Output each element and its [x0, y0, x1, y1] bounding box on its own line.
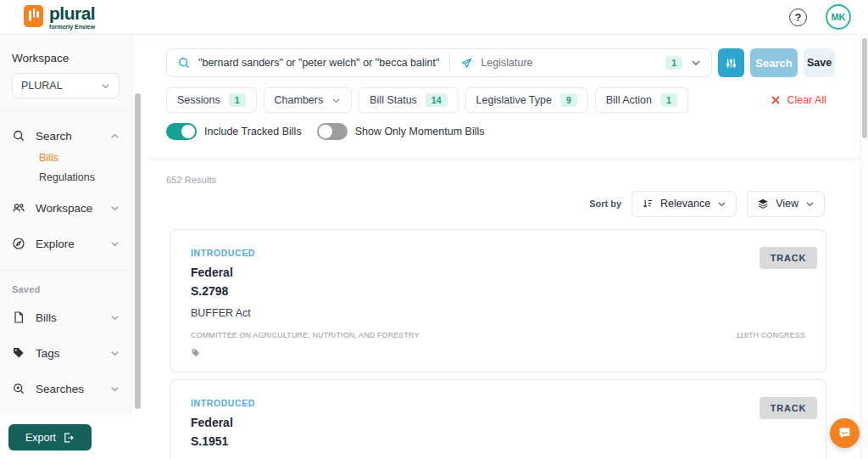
track-button[interactable]: TRACK — [760, 397, 817, 419]
sidebar: Workspace PLURAL Search Bills Regulation… — [0, 35, 132, 416]
results-divider — [149, 159, 860, 160]
view-label: View — [776, 198, 798, 210]
bill-committee: COMMITTEE ON AGRICULTURE, NUTRITION, AND… — [191, 331, 420, 339]
bill-number: S.1951 — [191, 434, 805, 448]
save-button[interactable]: Save — [804, 48, 835, 77]
filter-count-badge: 9 — [560, 93, 577, 107]
filter-label: Chambers — [275, 94, 324, 106]
advanced-filters-button[interactable] — [718, 48, 744, 77]
scrollbar-thumb[interactable] — [862, 38, 867, 138]
toggle-include-tracked-bills[interactable]: Include Tracked Bills — [166, 123, 302, 140]
bill-jurisdiction: Federal — [191, 266, 805, 279]
track-button[interactable]: TRACK — [760, 247, 817, 269]
sort-dropdown[interactable]: Relevance — [632, 191, 737, 217]
top-header: plural formerly Enview ? MK — [0, 0, 868, 35]
export-button[interactable]: Export — [8, 424, 92, 451]
filter-chambers[interactable]: Chambers — [264, 87, 353, 113]
sidebar-item-bills[interactable]: Bills — [39, 152, 120, 164]
logo-subtext: formerly Enview — [49, 24, 95, 30]
people-icon — [12, 201, 25, 215]
search-button[interactable]: Search — [750, 48, 798, 77]
filter-bill-action[interactable]: Bill Action 1 — [595, 87, 688, 113]
bill-status: INTRODUCED — [191, 398, 805, 408]
sort-icon — [642, 198, 654, 210]
layers-icon — [757, 198, 769, 210]
window-scrollbar[interactable] — [860, 36, 868, 459]
filter-count-badge: 14 — [426, 93, 448, 107]
sidebar-item-explore[interactable]: Explore — [12, 231, 120, 256]
tag-icon — [12, 346, 25, 360]
sidebar-item-saved-searches[interactable]: Searches — [12, 376, 120, 401]
chevron-up-icon — [110, 132, 120, 141]
search-icon — [12, 129, 25, 143]
export-icon — [63, 432, 75, 444]
sidebar-item-label: Workspace — [36, 202, 92, 215]
avatar[interactable]: MK — [826, 4, 851, 30]
clear-all-button[interactable]: Clear All — [771, 94, 826, 106]
sidebar-item-label: Search — [36, 130, 72, 143]
search-query-text: "bernard sanders" or "peter welch" or "b… — [198, 57, 439, 69]
sidebar-item-saved-bills[interactable]: Bills — [12, 305, 120, 330]
send-icon — [460, 57, 473, 70]
tag-icon[interactable] — [191, 348, 201, 358]
view-dropdown[interactable]: View — [747, 191, 825, 217]
workspace-label: Workspace — [12, 52, 120, 64]
scope-count-badge: 1 — [665, 56, 682, 70]
scope-label: Legislature — [481, 57, 532, 69]
filter-count-badge: 1 — [229, 93, 246, 107]
toggle-show-only-momentum-bills[interactable]: Show Only Momentum Bills — [317, 123, 485, 140]
sidebar-item-label: Bills — [36, 311, 57, 324]
clear-all-label: Clear All — [787, 94, 826, 106]
bill-number: S.2798 — [191, 284, 805, 298]
bill-session: 118TH CONGRESS — [736, 331, 805, 339]
chat-launcher-button[interactable] — [830, 418, 860, 448]
chevron-down-icon — [805, 199, 815, 209]
chevron-down-icon — [691, 58, 701, 68]
chevron-down-icon — [101, 81, 110, 91]
sidebar-item-regulations[interactable]: Regulations — [39, 171, 120, 183]
filter-sessions[interactable]: Sessions 1 — [166, 87, 257, 113]
toggle-switch-off[interactable] — [317, 123, 348, 140]
bill-title: BUFFER Act — [191, 307, 805, 319]
filter-bill-status[interactable]: Bill Status 14 — [359, 87, 458, 113]
sidebar-scrollbar[interactable] — [135, 93, 141, 409]
toggle-label: Include Tracked Bills — [204, 126, 302, 137]
filter-label: Bill Status — [370, 94, 417, 106]
chevron-down-icon — [110, 239, 120, 249]
saved-section-label: Saved — [0, 271, 131, 298]
sidebar-item-label: Explore — [36, 238, 75, 250]
logo-wordmark: plural — [49, 4, 95, 22]
sidebar-item-label: Searches — [36, 383, 84, 395]
plural-logo-icon — [24, 5, 43, 27]
bill-jurisdiction: Federal — [191, 416, 805, 429]
sidebar-item-saved-tags[interactable]: Tags — [12, 340, 120, 366]
filter-label: Legislative Type — [476, 94, 552, 106]
legislature-scope-dropdown[interactable]: Legislature 1 — [450, 49, 711, 76]
sidebar-item-workspace[interactable]: Workspace — [12, 195, 120, 221]
sort-value: Relevance — [660, 198, 710, 210]
toggle-switch-on[interactable] — [166, 123, 197, 140]
workspace-selector-value: PLURAL — [21, 80, 63, 92]
bill-card[interactable]: INTRODUCED Federal S.2798 BUFFER Act COM… — [170, 229, 826, 372]
search-bar: "bernard sanders" or "peter welch" or "b… — [166, 48, 712, 77]
help-icon[interactable]: ? — [789, 8, 807, 26]
document-icon — [12, 311, 25, 324]
sidebar-item-search[interactable]: Search — [12, 123, 120, 148]
chevron-down-icon — [110, 313, 120, 322]
sliders-icon — [725, 57, 737, 70]
filter-legislative-type[interactable]: Legislative Type 9 — [465, 87, 588, 113]
workspace-selector[interactable]: PLURAL — [12, 73, 120, 98]
toggle-label: Show Only Momentum Bills — [355, 126, 485, 137]
plural-logo[interactable]: plural formerly Enview — [24, 4, 95, 30]
bill-card[interactable]: INTRODUCED Federal S.1951 Department of … — [170, 379, 826, 459]
bill-status: INTRODUCED — [191, 248, 805, 258]
filter-label: Bill Action — [606, 94, 652, 106]
search-input[interactable]: "bernard sanders" or "peter welch" or "b… — [167, 49, 449, 76]
chevron-down-icon — [110, 384, 120, 394]
search-icon — [177, 56, 191, 70]
app-root: plural formerly Enview ? MK Workspace PL… — [0, 0, 868, 459]
search-plus-icon — [12, 382, 25, 395]
filter-count-badge: 1 — [660, 93, 677, 107]
main-content: "bernard sanders" or "peter welch" or "b… — [149, 35, 860, 459]
results-count: 652 Results — [166, 175, 860, 185]
